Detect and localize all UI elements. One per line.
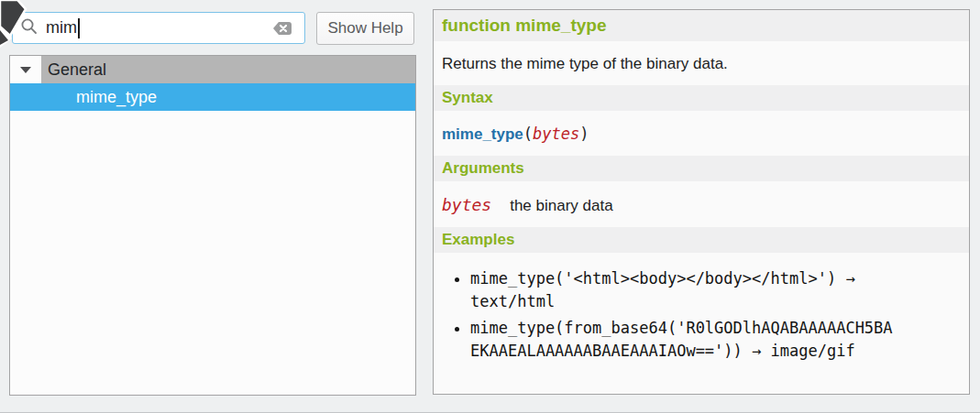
expander-icon[interactable] — [10, 56, 41, 83]
argument-description: the binary data — [510, 197, 612, 215]
example-result: image/gif — [771, 342, 855, 360]
syntax-argument: bytes — [533, 125, 579, 143]
example-item: mime_type('<html><body></body></html>') … — [470, 267, 897, 313]
example-arrow: → — [752, 342, 761, 360]
doc-panel: function mime_type Returns the mime type… — [433, 9, 970, 395]
app-window: mim Show Help General mime_type function… — [0, 0, 980, 413]
argument-name: bytes — [442, 195, 491, 214]
examples-list: mime_type('<html><body></body></html>') … — [434, 267, 969, 363]
syntax-paren-close: ) — [579, 125, 589, 143]
cursor-artifact-icon — [0, 0, 42, 51]
syntax-function-name: mime_type — [442, 125, 523, 143]
example-code: mime_type('<html><body></body></html>') — [470, 269, 836, 288]
syntax-heading: Syntax — [434, 85, 969, 111]
tree-group-label: General — [41, 56, 415, 83]
argument-row: bytes the binary data — [442, 195, 961, 215]
clear-search-icon[interactable] — [270, 19, 292, 38]
example-item: mime_type(from_base64('R0lGODlhAQABAAAAA… — [470, 317, 897, 363]
search-input[interactable]: mim — [12, 12, 305, 44]
function-list-panel: General mime_type — [9, 55, 416, 396]
tree-group-general[interactable]: General — [10, 56, 415, 83]
examples-heading: Examples — [434, 227, 969, 253]
example-result: text/html — [470, 292, 555, 310]
doc-description: Returns the mime type of the binary data… — [442, 55, 961, 73]
tree-item-mime-type[interactable]: mime_type — [10, 83, 415, 111]
text-caret — [78, 18, 80, 38]
syntax-paren-open: ( — [523, 125, 533, 143]
show-help-button[interactable]: Show Help — [316, 12, 414, 45]
example-arrow: → — [845, 269, 854, 288]
search-value: mim — [46, 18, 77, 38]
doc-title: function mime_type — [434, 10, 969, 41]
arguments-heading: Arguments — [434, 156, 969, 181]
syntax-signature: mime_type(bytes) — [442, 125, 961, 144]
